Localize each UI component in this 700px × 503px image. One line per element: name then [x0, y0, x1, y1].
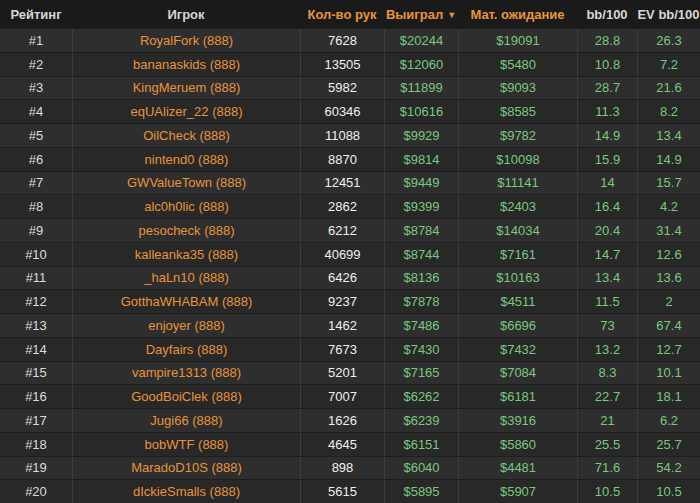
player-link[interactable]: GWValueTown (888): [72, 172, 300, 195]
player-link[interactable]: GotthaWHABAM (888): [72, 290, 300, 313]
player-link[interactable]: Dayfairs (888): [72, 338, 300, 361]
table-row: #13enjoyer (888)1462$7486$66967367.4: [0, 313, 700, 337]
table-row: #12GotthaWHABAM (888)9237$7878$451111.52: [0, 289, 700, 313]
player-link[interactable]: alc0h0lic (888): [72, 195, 300, 218]
won-cell: $10616: [384, 100, 458, 123]
ev-bb100-cell: 26.3: [637, 29, 700, 52]
table-row: #15vampire1313 (888)5201$7165$70848.310.…: [0, 361, 700, 385]
player-link[interactable]: nintend0 (888): [72, 148, 300, 171]
won-cell: $9449: [384, 172, 458, 195]
table-row: #9pesocheck (888)6212$8784$1403420.431.4: [0, 218, 700, 242]
player-link[interactable]: enjoyer (888): [72, 314, 300, 337]
won-cell: $5895: [384, 480, 458, 503]
won-cell: $8744: [384, 243, 458, 266]
player-link[interactable]: GoodBoiClek (888): [72, 385, 300, 408]
bb100-cell: 73: [577, 314, 637, 337]
ev-bb100-cell: 54.2: [637, 457, 700, 480]
rank-cell: #3: [0, 77, 72, 100]
ev-bb100-cell: 10.5: [637, 480, 700, 503]
player-link[interactable]: OilCheck (888): [72, 124, 300, 147]
bb100-cell: 14.9: [577, 124, 637, 147]
bb100-cell: 8.3: [577, 362, 637, 385]
rank-cell: #10: [0, 243, 72, 266]
hands-cell: 13505: [300, 53, 384, 76]
column-header-hands[interactable]: Кол-во рук: [300, 7, 384, 22]
expectation-cell: $9782: [458, 124, 577, 147]
ev-bb100-cell: 18.1: [637, 385, 700, 408]
column-header-player[interactable]: Игрок: [72, 7, 300, 22]
player-link[interactable]: eqUAlizer_22 (888): [72, 100, 300, 123]
won-cell: $6151: [384, 433, 458, 456]
rank-cell: #16: [0, 385, 72, 408]
bb100-cell: 10.8: [577, 53, 637, 76]
table-row: #20dIckieSmalls (888)5615$5895$590710.51…: [0, 479, 700, 503]
column-header-bb100[interactable]: bb/100: [577, 7, 637, 22]
ev-bb100-cell: 8.2: [637, 100, 700, 123]
ev-bb100-cell: 6.2: [637, 409, 700, 432]
hands-cell: 9237: [300, 290, 384, 313]
bb100-cell: 28.7: [577, 77, 637, 100]
won-cell: $7486: [384, 314, 458, 337]
hands-cell: 7673: [300, 338, 384, 361]
won-cell: $6239: [384, 409, 458, 432]
column-header-expectation[interactable]: Мат. ожидание: [458, 7, 577, 22]
rank-cell: #8: [0, 195, 72, 218]
column-header-won[interactable]: Выиграл▼: [384, 7, 458, 22]
rank-cell: #4: [0, 100, 72, 123]
expectation-cell: $6696: [458, 314, 577, 337]
ev-bb100-cell: 2: [637, 290, 700, 313]
expectation-cell: $7161: [458, 243, 577, 266]
player-link[interactable]: bobWTF (888): [72, 433, 300, 456]
player-link[interactable]: dIckieSmalls (888): [72, 480, 300, 503]
hands-cell: 11088: [300, 124, 384, 147]
bb100-cell: 14: [577, 172, 637, 195]
expectation-cell: $8585: [458, 100, 577, 123]
rank-cell: #18: [0, 433, 72, 456]
won-cell: $6262: [384, 385, 458, 408]
won-cell: $6040: [384, 457, 458, 480]
expectation-cell: $3916: [458, 409, 577, 432]
table-row: #8alc0h0lic (888)2862$9399$240316.44.2: [0, 194, 700, 218]
player-link[interactable]: KingMeruem (888): [72, 77, 300, 100]
won-cell: $8136: [384, 267, 458, 290]
ev-bb100-cell: 12.6: [637, 243, 700, 266]
table-row: #10kalleanka35 (888)40699$8744$716114.71…: [0, 242, 700, 266]
player-link[interactable]: vampire1313 (888): [72, 362, 300, 385]
table-row: #19MaradoD10S (888)898$6040$448171.654.2: [0, 456, 700, 480]
expectation-cell: $10163: [458, 267, 577, 290]
hands-cell: 8870: [300, 148, 384, 171]
ev-bb100-cell: 13.4: [637, 124, 700, 147]
player-link[interactable]: MaradoD10S (888): [72, 457, 300, 480]
rank-cell: #9: [0, 219, 72, 242]
table-row: #17Jugi66 (888)1626$6239$3916216.2: [0, 408, 700, 432]
expectation-cell: $14034: [458, 219, 577, 242]
bb100-cell: 13.4: [577, 267, 637, 290]
hands-cell: 60346: [300, 100, 384, 123]
expectation-cell: $9093: [458, 77, 577, 100]
expectation-cell: $5480: [458, 53, 577, 76]
bb100-cell: 15.9: [577, 148, 637, 171]
rank-cell: #12: [0, 290, 72, 313]
ev-bb100-cell: 31.4: [637, 219, 700, 242]
expectation-cell: $4511: [458, 290, 577, 313]
column-header-ev-bb100[interactable]: EV bb/100: [637, 7, 700, 22]
player-link[interactable]: Jugi66 (888): [72, 409, 300, 432]
table-row: #3KingMeruem (888)5982$11899$909328.721.…: [0, 76, 700, 100]
player-link[interactable]: bananaskids (888): [72, 53, 300, 76]
column-header-rating[interactable]: Рейтинг: [0, 7, 72, 22]
won-cell: $9929: [384, 124, 458, 147]
bb100-cell: 71.6: [577, 457, 637, 480]
rank-cell: #13: [0, 314, 72, 337]
rank-cell: #17: [0, 409, 72, 432]
ev-bb100-cell: 21.6: [637, 77, 700, 100]
rank-cell: #7: [0, 172, 72, 195]
player-link[interactable]: _haLn10 (888): [72, 267, 300, 290]
bb100-cell: 25.5: [577, 433, 637, 456]
table-row: #2bananaskids (888)13505$12060$548010.87…: [0, 52, 700, 76]
player-link[interactable]: RoyalFork (888): [72, 29, 300, 52]
player-link[interactable]: kalleanka35 (888): [72, 243, 300, 266]
expectation-cell: $4481: [458, 457, 577, 480]
player-link[interactable]: pesocheck (888): [72, 219, 300, 242]
column-header-won-label: Выиграл: [386, 7, 443, 22]
won-cell: $9814: [384, 148, 458, 171]
